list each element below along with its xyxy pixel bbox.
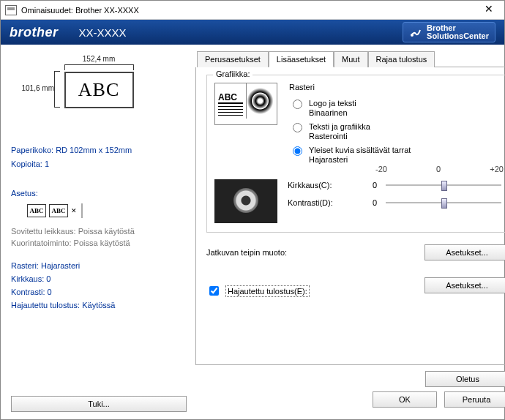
properties-window: Ominaisuudet: Brother XX-XXXX ✕ brother … xyxy=(0,0,505,420)
asetus-preview: ABC ABC ✕ xyxy=(27,203,187,218)
left-panel: 152,4 mm 101,6 mm ABC Paperikoko: RD 102… xyxy=(1,45,195,419)
model-name: XX-XXXX xyxy=(79,26,127,39)
radio-logo-text[interactable]: Logo ja tekstiBinaarinen xyxy=(289,99,411,118)
graphics-thumb-icon: ABC xyxy=(214,83,277,125)
preview-text: ABC xyxy=(78,79,119,101)
slider-scale: -20 0 +20 xyxy=(375,165,504,173)
paper-info: Paperikoko: RD 102mm x 152mm Kopioita: 1 xyxy=(11,143,187,171)
svg-point-0 xyxy=(411,34,414,37)
support-button[interactable]: Tuki... xyxy=(11,396,187,412)
distributed-settings-button[interactable]: Asetukset... xyxy=(424,277,505,293)
graphics-legend: Grafiikka: xyxy=(213,70,252,78)
brightness-value: 0 xyxy=(373,181,386,190)
radio-general-images[interactable]: Yleiset kuvia sisältävät tarratHajaraste… xyxy=(289,146,411,165)
tape-settings-button[interactable]: Asetukset... xyxy=(424,244,505,260)
brightness-slider[interactable] xyxy=(386,184,501,186)
tape-format-label: Jatkuvan teipin muoto: xyxy=(206,248,287,257)
printer-icon xyxy=(5,5,17,15)
dim-height: 101,6 mm xyxy=(22,84,54,92)
abc-mini-icon: ABC xyxy=(49,204,68,217)
asetus-label: Asetus: xyxy=(11,189,187,198)
brightness-preview-icon xyxy=(214,179,277,223)
defaults-button[interactable]: Oletus xyxy=(425,371,505,387)
graphics-fieldset: Grafiikka: ABC Rasteri Log xyxy=(206,75,505,233)
raster-label: Rasteri xyxy=(289,83,411,91)
brand-bar: brother XX-XXXX BrotherSolutionsCenter xyxy=(1,20,504,45)
close-button[interactable]: ✕ xyxy=(478,3,500,18)
contrast-value: 0 xyxy=(373,198,386,207)
tab-crop[interactable]: Rajaa tulostus xyxy=(368,51,435,67)
tab-strip: Perusasetukset Lisäasetukset Muut Rajaa … xyxy=(197,50,505,67)
cut-info: Sovitettu leikkaus: Poissa käytöstä Kuor… xyxy=(11,225,187,249)
cut-icon xyxy=(81,203,83,218)
solutions-center-button[interactable]: BrotherSolutionsCenter xyxy=(403,22,495,42)
radio-text-graphics[interactable]: Teksti ja grafiikkaRasterointi xyxy=(289,122,411,141)
tab-body-advanced: Grafiikka: ABC Rasteri Log xyxy=(195,67,505,365)
dim-width: 152,4 mm xyxy=(64,55,134,63)
tab-basic[interactable]: Perusasetukset xyxy=(197,51,269,67)
tab-advanced[interactable]: Lisäasetukset xyxy=(269,51,334,67)
ok-button[interactable]: OK xyxy=(373,391,437,408)
right-panel: Perusasetukset Lisäasetukset Muut Rajaa … xyxy=(195,45,505,419)
brightness-label: Kirkkaus(C): xyxy=(288,181,373,190)
settings-summary: Rasteri: Hajarasteri Kirkkaus: 0 Kontras… xyxy=(11,259,187,312)
contrast-slider[interactable] xyxy=(386,202,501,203)
solutions-center-icon xyxy=(409,26,422,39)
window-title: Ominaisuudet: Brother XX-XXXX xyxy=(21,6,478,15)
tab-other[interactable]: Muut xyxy=(334,51,367,67)
titlebar: Ominaisuudet: Brother XX-XXXX ✕ xyxy=(1,1,504,20)
distributed-print-checkbox[interactable] xyxy=(209,286,219,296)
solutions-center-label: BrotherSolutionsCenter xyxy=(427,24,489,40)
distributed-print-label: Hajautettu tulostus(E): xyxy=(225,285,310,297)
abc-mini-icon: ABC xyxy=(27,204,46,217)
brand-logo: brother xyxy=(10,25,59,40)
paper-preview: 152,4 mm 101,6 mm ABC xyxy=(11,55,187,108)
cancel-button[interactable]: Peruuta xyxy=(444,391,505,408)
contrast-label: Kontrasti(D): xyxy=(288,198,373,207)
